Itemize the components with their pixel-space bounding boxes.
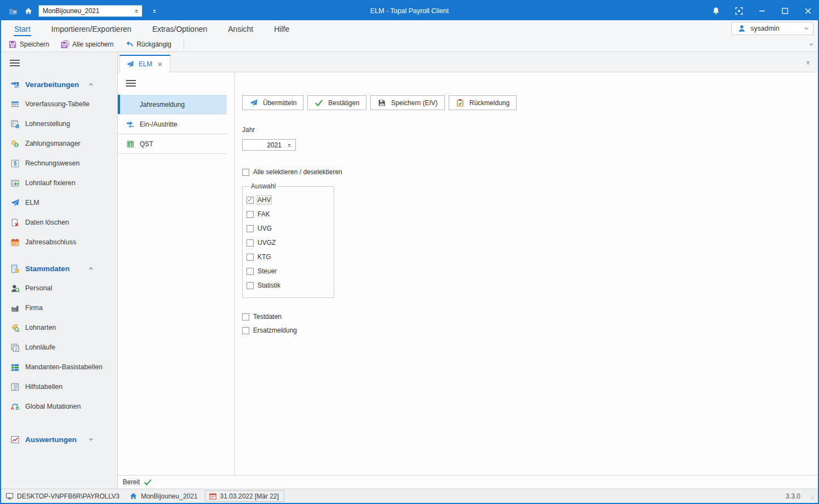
close-icon[interactable] (804, 7, 812, 15)
chevron-down-icon (803, 25, 810, 32)
sidebar-item-hilfstabellen[interactable]: Hilfstabellen (1, 377, 117, 397)
fullscreen-icon[interactable] (735, 7, 743, 15)
tab-elm[interactable]: ELM ✕ (119, 55, 170, 72)
checkbox-row-statistik[interactable]: Statistik (247, 282, 334, 289)
checkbox-row-ahv[interactable]: AHV (247, 196, 334, 204)
maximize-icon[interactable] (781, 7, 789, 15)
sidebar-item-zahlungsmanager[interactable]: C$ Zahlungsmanager (1, 134, 117, 153)
sidebar-item-label: Jahresabschluss (25, 238, 76, 246)
nav-item-qst[interactable]: $ QST (118, 134, 227, 154)
sidebar-item-mandanten-basistabellen[interactable]: Mandanten-Basistabellen (1, 357, 117, 377)
checkbox-row-uvgz[interactable]: UVGZ (247, 239, 334, 247)
checkbox-row-fak[interactable]: FAK (247, 210, 334, 218)
menu-ansicht[interactable]: Ansicht (227, 21, 254, 36)
list-document-icon (10, 382, 20, 392)
statistik-checkbox[interactable] (247, 282, 254, 289)
user-dropdown[interactable]: sysadmin (731, 22, 814, 35)
sidebar-item-label: Daten löschen (25, 219, 69, 226)
delete-document-icon (10, 218, 20, 227)
select-all-checkbox-row[interactable]: Alle selektieren / deselektieren (242, 168, 818, 176)
qst-dollar-icon: $ (126, 140, 135, 148)
ersatzmeldung-checkbox[interactable] (242, 327, 249, 334)
sidebar-item-lohnarten[interactable]: Lohnarten (1, 318, 117, 337)
sidebar-item-jahresabschluss[interactable]: Jahresabschluss (1, 232, 117, 252)
mandant-combobox-value: MonBijouneu_2021 (43, 7, 133, 15)
sidebar-item-elm[interactable]: ELM (1, 193, 117, 213)
titlebar-dropdown-caret-icon[interactable] (151, 8, 158, 14)
button-label: Bestätigen (328, 99, 359, 107)
table-icon (10, 100, 20, 109)
home-icon[interactable] (24, 7, 33, 15)
uvgz-checkbox[interactable] (247, 239, 254, 247)
factory-icon (10, 303, 20, 313)
select-all-checkbox[interactable] (242, 169, 249, 176)
uvg-checkbox[interactable] (247, 225, 254, 232)
minimize-icon[interactable] (758, 7, 766, 15)
sidebar-item-lohnlauf-fixieren[interactable]: Lohnlauf fixieren (1, 173, 117, 193)
menu-start[interactable]: Start (14, 21, 31, 36)
button-label: Rückmeldung (469, 99, 509, 107)
rueckmeldung-button[interactable]: Rückmeldung (449, 95, 517, 110)
checkbox-row-steuer[interactable]: Steuer (247, 267, 334, 275)
fak-label: FAK (257, 210, 270, 218)
nav-item-label: QST (140, 140, 153, 148)
tab-close-icon[interactable]: ✕ (157, 61, 164, 68)
sidebar-section-stammdaten[interactable]: Stammdaten (1, 259, 117, 278)
menu-extras-optionen[interactable]: Extras/Optionen (152, 21, 208, 36)
table-rows-icon (10, 363, 20, 372)
bestaetigen-button[interactable]: Bestätigen (307, 95, 366, 110)
sidebar-item-label: Zahlungsmanager (25, 140, 81, 147)
mandant-combobox[interactable]: MonBijouneu_2021 (38, 5, 142, 17)
nav-item-label: Ein-/Austritte (140, 121, 177, 128)
sidebar-item-firma[interactable]: Firma (1, 298, 117, 318)
sidebar-item-rechnungswesen[interactable]: $ Rechnungswesen (1, 153, 117, 173)
sidebar-item-label: Lohnerstellung (25, 120, 70, 128)
tabstrip-dropdown-caret-icon[interactable] (805, 59, 811, 66)
sidebar-item-label: Lohnlauf fixieren (25, 179, 76, 187)
resize-grip[interactable] (807, 492, 815, 500)
quick-access-toolbar: Speichern Alle speichern Rückgängig (1, 37, 818, 52)
menu-hilfe[interactable]: Hilfe (273, 21, 290, 36)
sidebar-item-global-mutationen[interactable]: AB Global Mutationen (1, 397, 117, 416)
window-title: ELM - Topal Payroll Client (370, 7, 449, 15)
steuer-checkbox[interactable] (247, 268, 254, 275)
nav-item-jahresmeldung[interactable]: Jahresmeldung (118, 95, 227, 114)
checkbox-row-ersatzmeldung[interactable]: Ersatzmeldung (242, 327, 818, 334)
fak-checkbox[interactable] (247, 211, 254, 218)
save-button[interactable]: Speichern (7, 39, 51, 50)
toolbar-customize-chevron-icon[interactable] (808, 41, 815, 48)
sidebar-section-auswertungen[interactable]: Auswertungen (1, 429, 117, 449)
panel-hamburger-icon[interactable] (126, 80, 136, 87)
paper-plane-icon (249, 99, 258, 107)
nav-item-ein-austritte[interactable]: Ein-/Austritte (118, 114, 227, 134)
sidebar-item-daten-loeschen[interactable]: Daten löschen (1, 213, 117, 232)
undo-button[interactable]: Rückgängig (123, 39, 173, 50)
jahr-select[interactable]: 2021 (242, 139, 296, 151)
sidebar-section-verarbeitungen[interactable]: Verarbeitungen (1, 75, 117, 94)
uebermitteln-button[interactable]: Übermitteln (242, 95, 303, 110)
sidebar-hamburger-icon[interactable] (10, 60, 20, 66)
save-label: Speichern (20, 41, 49, 48)
checkbox-row-ktg[interactable]: KTG (247, 253, 334, 261)
notifications-bell-icon[interactable] (712, 7, 720, 15)
ahv-checkbox[interactable] (247, 197, 254, 204)
save-all-button[interactable]: Alle speichern (59, 39, 115, 50)
speichern-eiv-button[interactable]: Speichern (EIV) (370, 95, 445, 110)
save-all-icon (61, 40, 70, 49)
calendar-7-icon: 7 (10, 343, 20, 352)
sidebar-item-personal[interactable]: Personal (1, 278, 117, 298)
menu-importieren-exportieren[interactable]: Importieren/Exportieren (51, 21, 132, 36)
sidebar-item-lohnlaeufe[interactable]: 7 Lohnläufe (1, 337, 117, 357)
sidebar-item-label: Firma (25, 304, 43, 312)
sidebar-item-lohnerstellung[interactable]: Lohnerstellung (1, 114, 117, 134)
checkbox-row-uvg[interactable]: UVG (247, 225, 334, 232)
auswahl-group: Auswahl AHV FAK UVG (242, 182, 334, 298)
testdaten-checkbox[interactable] (242, 313, 249, 320)
monitor-icon (5, 492, 14, 500)
sidebar-item-vorerfassung-tabelle[interactable]: Vorerfassung-Tabelle (1, 94, 117, 114)
checkbox-row-testdaten[interactable]: Testdaten (242, 313, 818, 320)
user-icon (737, 24, 746, 33)
save-all-label: Alle speichern (72, 41, 113, 48)
ktg-checkbox[interactable] (247, 254, 254, 261)
elm-nav-panel: Jahresmeldung Ein-/Austritte $ QST (118, 72, 235, 475)
